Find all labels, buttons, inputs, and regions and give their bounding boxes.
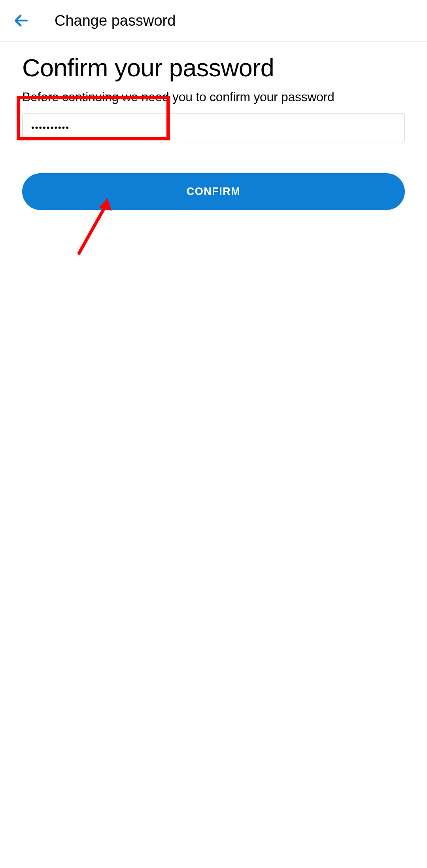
instruction-text: Before continuing we need you to confirm… [22,90,405,104]
page-heading: Confirm your password [22,53,405,82]
header: Change password [0,0,427,42]
main-content: Confirm your password Before continuing … [0,42,427,210]
svg-line-0 [79,204,107,253]
confirm-button[interactable]: CONFIRM [22,173,405,210]
header-title: Change password [55,12,176,29]
back-arrow-icon[interactable] [13,12,30,29]
password-field[interactable] [22,113,405,142]
